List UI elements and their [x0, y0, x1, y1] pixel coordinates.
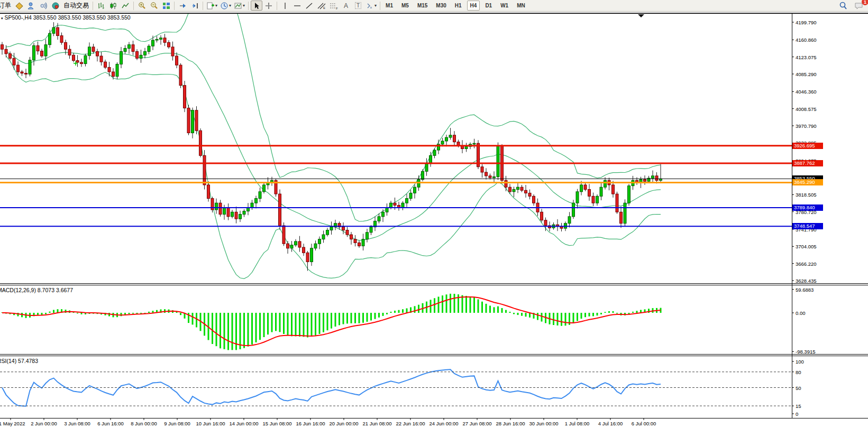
- time-axis-label: 30 Jun 00:00: [529, 421, 559, 426]
- symbol-label: ▾ SP500-,H4 3853.550 3853.550 3853.550 3…: [1, 14, 131, 21]
- rsi-axis-label: 80: [796, 369, 801, 375]
- time-axis-label: 2 Jun 00:00: [31, 421, 57, 426]
- price-axis-label: 4199.790: [796, 20, 817, 25]
- time-axis-label: 4 Jul 16:00: [598, 421, 623, 426]
- mt4-terminal: 订单 自动交易: [0, 0, 868, 428]
- time-axis-label: 28 Jun 16:00: [496, 421, 525, 426]
- price-axis-label: 4046.360: [796, 89, 817, 95]
- rsi-axis-label: 0: [796, 411, 798, 417]
- time-axis-label: 21 Jun 08:00: [363, 421, 392, 426]
- time-axis-label: 20 Jun 00:00: [330, 421, 359, 426]
- price-line-label: 3926.695: [792, 143, 823, 149]
- time-axis-label: 6 Jun 16:00: [97, 421, 124, 426]
- price-line-label: 3789.840: [792, 204, 823, 211]
- time-axis-label: 31 May 2022: [0, 421, 25, 426]
- time-axis-label: 15 Jun 08:00: [263, 421, 292, 426]
- price-axis-label: 3970.790: [796, 123, 817, 129]
- time-axis-label: 14 Jun 00:00: [230, 421, 259, 426]
- price-axis-label: 3818.505: [796, 192, 817, 198]
- price-axis-label: 3704.005: [796, 244, 817, 249]
- price-axis-label: 4008.575: [796, 106, 817, 112]
- chevron-down-icon: ▾: [1, 16, 3, 20]
- rsi-axis-label: 100: [796, 359, 804, 365]
- time-axis-label: 9 Jun 08:00: [164, 421, 190, 426]
- price-line-label: 3748.547: [792, 223, 823, 229]
- macd-axis-label: -98.3915: [796, 349, 816, 355]
- price-axis-label: 3666.220: [796, 261, 817, 267]
- time-axis-label: 22 Jun 16:00: [396, 421, 425, 426]
- time-axis-label: 1 Jul 08:00: [565, 421, 589, 426]
- price-line-label: 3845.290: [792, 179, 823, 185]
- price-axis-label: 4123.075: [796, 54, 817, 60]
- rsi-axis-label: 50: [796, 385, 801, 391]
- chart-canvas[interactable]: [0, 0, 868, 428]
- time-axis-label: 27 Jun 08:00: [463, 421, 492, 426]
- price-axis-label: 3628.435: [796, 278, 817, 284]
- time-axis-label: 3 Jun 08:00: [64, 421, 90, 426]
- macd-label: MACD(12,26,9) 8.7073 3.6677: [0, 287, 73, 293]
- price-axis-label: 4160.860: [796, 37, 817, 43]
- price-line-label: 3887.762: [792, 160, 823, 166]
- rsi-axis-label: 15: [796, 403, 801, 409]
- time-axis-label: 6 Jul 00:00: [632, 421, 656, 426]
- rsi-label: RSI(14) 57.4783: [0, 358, 38, 364]
- time-axis-label: 24 Jun 00:00: [430, 421, 459, 426]
- time-axis-label: 16 Jun 16:00: [296, 421, 325, 426]
- price-axis-label: 4085.290: [796, 71, 817, 77]
- time-axis-label: 10 Jun 16:00: [196, 421, 225, 426]
- macd-axis-label: 0.00: [796, 310, 806, 316]
- time-axis-label: 8 Jun 00:00: [131, 421, 157, 426]
- macd-axis-label: 59.6883: [796, 287, 814, 293]
